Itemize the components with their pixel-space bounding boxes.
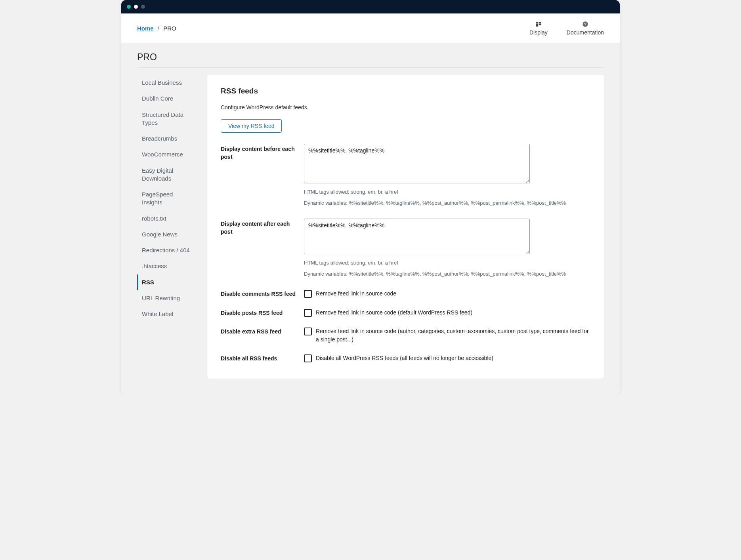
sidebar-item-url-rewriting[interactable]: URL Rewriting	[137, 290, 195, 306]
traffic-light-zoom[interactable]	[141, 5, 145, 9]
help-icon: ?	[582, 21, 589, 28]
textarea-after-post[interactable]	[304, 219, 530, 254]
text-disable-posts-feed: Remove feed link in source code (default…	[316, 309, 472, 317]
card-description: Configure WordPress default feeds.	[221, 104, 590, 110]
text-disable-all-feeds: Disable all WordPress RSS feeds (all fee…	[316, 354, 493, 362]
traffic-light-close[interactable]	[127, 5, 131, 9]
checkbox-disable-comments-feed[interactable]	[304, 290, 312, 298]
sidebar-item-rss[interactable]: RSS	[137, 274, 195, 290]
label-after-post: Display content after each post	[221, 219, 296, 236]
text-disable-comments-feed: Remove feed link in source code	[316, 290, 396, 298]
window-titlebar	[121, 0, 620, 13]
row-disable-all-feeds: Disable all RSS feeds Disable all WordPr…	[221, 354, 590, 363]
app-window: Home / PRO Display ? Documentation PRO	[121, 0, 620, 394]
layout: Local Business Dublin Core Structured Da…	[137, 75, 604, 379]
svg-rect-0	[536, 22, 538, 24]
settings-card: RSS feeds Configure WordPress default fe…	[207, 75, 604, 379]
svg-rect-3	[539, 24, 541, 25]
card-title: RSS feeds	[221, 87, 590, 95]
checkbox-disable-extra-feed[interactable]	[304, 328, 312, 335]
hint-after-vars: Dynamic variables: %%sitetitle%%, %%tagl…	[304, 270, 590, 278]
text-disable-extra-feed: Remove feed link in source code (author,…	[316, 327, 590, 344]
hint-after-html: HTML tags allowed: strong, em, br, a hre…	[304, 259, 590, 267]
label-disable-extra-feed: Disable extra RSS feed	[221, 327, 296, 336]
sidebar-item-redirections-404[interactable]: Redirections / 404	[137, 242, 195, 258]
view-rss-feed-button[interactable]: View my RSS feed	[221, 119, 282, 133]
row-disable-extra-feed: Disable extra RSS feed Remove feed link …	[221, 327, 590, 344]
field-after-post: HTML tags allowed: strong, em, br, a hre…	[304, 219, 590, 278]
header-nav: Display ? Documentation	[529, 21, 604, 36]
page-title-row: PRO	[137, 43, 604, 68]
nav-display[interactable]: Display	[529, 21, 548, 36]
row-before-post: Display content before each post HTML ta…	[221, 144, 590, 207]
nav-documentation[interactable]: ? Documentation	[567, 21, 604, 36]
sidebar-item-structured-data-types[interactable]: Structured Data Types	[137, 107, 195, 131]
sidebar-item-robots-txt[interactable]: robots.txt	[137, 211, 195, 227]
field-before-post: HTML tags allowed: strong, em, br, a hre…	[304, 144, 590, 207]
sidebar-item-pagespeed-insights[interactable]: PageSpeed Insights	[137, 187, 195, 211]
sidebar-item-htaccess[interactable]: .htaccess	[137, 258, 195, 274]
hint-before-vars: Dynamic variables: %%sitetitle%%, %%tagl…	[304, 199, 590, 207]
row-after-post: Display content after each post HTML tag…	[221, 219, 590, 278]
sidebar-item-local-business[interactable]: Local Business	[137, 75, 195, 91]
checkbox-disable-posts-feed[interactable]	[304, 309, 312, 317]
sidebar-item-dublin-core[interactable]: Dublin Core	[137, 91, 195, 107]
sidebar-item-easy-digital-downloads[interactable]: Easy Digital Downloads	[137, 163, 195, 187]
breadcrumb-home-link[interactable]: Home	[137, 25, 154, 32]
header: Home / PRO Display ? Documentation	[121, 13, 620, 43]
checkbox-disable-all-feeds[interactable]	[304, 354, 312, 362]
svg-text:?: ?	[584, 22, 586, 26]
sidebar-item-google-news[interactable]: Google News	[137, 227, 195, 242]
breadcrumb-current: PRO	[163, 25, 176, 32]
label-before-post: Display content before each post	[221, 144, 296, 161]
row-disable-posts-feed: Disable posts RSS feed Remove feed link …	[221, 309, 590, 317]
breadcrumb-separator: /	[158, 25, 159, 32]
nav-documentation-label: Documentation	[567, 29, 604, 36]
nav-display-label: Display	[529, 29, 548, 36]
label-disable-posts-feed: Disable posts RSS feed	[221, 309, 296, 317]
sidebar-item-white-label[interactable]: White Label	[137, 306, 195, 322]
svg-rect-2	[536, 24, 538, 27]
traffic-light-minimize[interactable]	[134, 5, 138, 9]
svg-rect-1	[539, 22, 541, 24]
sidebar: Local Business Dublin Core Structured Da…	[137, 75, 195, 322]
sidebar-item-woocommerce[interactable]: WooCommerce	[137, 147, 195, 162]
textarea-before-post[interactable]	[304, 144, 530, 183]
sidebar-item-breadcrumbs[interactable]: Breadcrumbs	[137, 131, 195, 147]
breadcrumb: Home / PRO	[137, 25, 176, 32]
page-body: PRO Local Business Dublin Core Structure…	[121, 43, 620, 394]
row-disable-comments-feed: Disable comments RSS feed Remove feed li…	[221, 290, 590, 298]
page-title: PRO	[137, 52, 604, 63]
label-disable-comments-feed: Disable comments RSS feed	[221, 290, 296, 298]
label-disable-all-feeds: Disable all RSS feeds	[221, 354, 296, 363]
display-icon	[535, 21, 542, 28]
hint-before-html: HTML tags allowed: strong, em, br, a hre…	[304, 188, 590, 196]
